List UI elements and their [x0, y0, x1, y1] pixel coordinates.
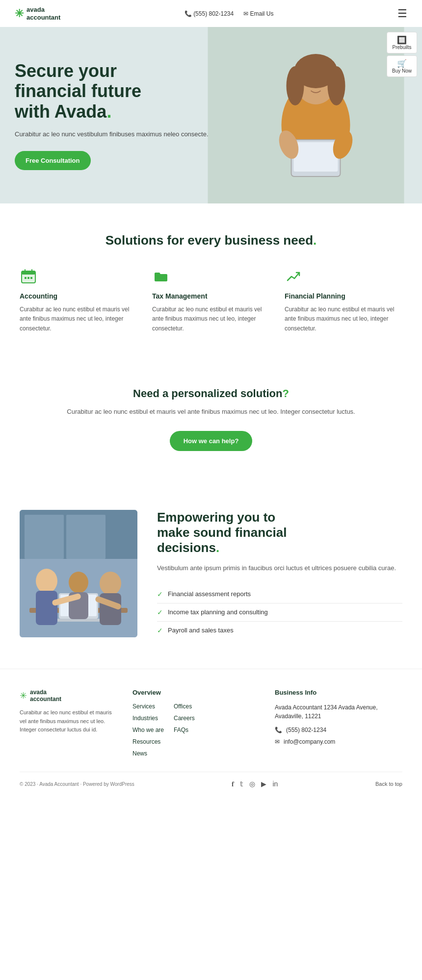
- logo-star-icon: ✳: [15, 7, 24, 20]
- footer-email-icon: ✉: [275, 738, 280, 745]
- hero-section: Secure your financial future with Avada.…: [0, 27, 422, 203]
- empowering-content: Empowering you to make sound financial d…: [157, 510, 402, 639]
- footer-business-phone: 📞 (555) 802-1234: [275, 727, 402, 733]
- checklist-item: ✓ Financial assessment reports: [157, 585, 402, 603]
- accounting-card: Accounting Curabitur ac leo nunc estibul…: [20, 268, 137, 333]
- instagram-icon[interactable]: ◎: [249, 780, 255, 788]
- svg-point-30: [100, 572, 121, 595]
- site-header: ✳ avada accountant 📞 (555) 802-1234 ✉ Em…: [0, 0, 422, 27]
- footer-navigation: Overview Services Industries Who we are …: [132, 689, 260, 757]
- how-we-help-button[interactable]: How we can help?: [170, 431, 253, 451]
- youtube-icon[interactable]: ▶: [261, 780, 266, 788]
- svg-rect-15: [30, 277, 32, 279]
- hero-content: Secure your financial future with Avada.…: [0, 41, 223, 190]
- footer-nav-col2: Offices Careers FAQs: [174, 703, 195, 757]
- solutions-title: Solutions for every business need.: [20, 233, 402, 248]
- empowering-text: Vestibulum ante ipsum primis in faucibus…: [157, 563, 402, 574]
- svg-point-28: [69, 572, 88, 593]
- footer-link-offices[interactable]: Offices: [174, 703, 195, 710]
- financial-planning-card: Financial Planning Curabitur ac leo nunc…: [285, 268, 402, 333]
- svg-rect-12: [22, 271, 35, 275]
- empowering-title: Empowering you to make sound financial d…: [157, 510, 402, 556]
- check-icon-1: ✓: [157, 590, 163, 598]
- tax-management-card: Tax Management Curabitur ac leo nunc est…: [152, 268, 270, 333]
- footer-nav-columns: Services Industries Who we are Resources…: [132, 703, 260, 757]
- personalized-text: Curabitur ac leo nunc estibul et mauris …: [20, 407, 402, 417]
- empowering-checklist: ✓ Financial assessment reports ✓ Income …: [157, 585, 402, 639]
- svg-rect-7: [294, 142, 338, 172]
- linkedin-icon[interactable]: in: [272, 780, 278, 788]
- footer-link-faqs[interactable]: FAQs: [174, 727, 195, 733]
- phone-contact[interactable]: 📞 (555) 802-1234: [185, 10, 234, 17]
- solutions-section: Solutions for every business need. Accou…: [0, 203, 422, 358]
- svg-rect-21: [66, 515, 106, 559]
- team-photo: [20, 510, 137, 637]
- footer-business-info: Business Info Avada Accountant 1234 Avad…: [275, 689, 402, 757]
- hamburger-menu-button[interactable]: ☰: [397, 7, 407, 20]
- site-footer: ✳ avada accountant Curabitur ac leo nunc…: [0, 669, 422, 796]
- phone-icon: 📞: [185, 10, 192, 17]
- footer-logo-star-icon: ✳: [20, 690, 27, 701]
- solutions-cards: Accounting Curabitur ac leo nunc estibul…: [20, 268, 402, 333]
- personalized-title: Need a personalized solution?: [20, 387, 402, 400]
- facebook-icon[interactable]: 𝐟: [232, 780, 234, 788]
- hero-title: Secure your financial future with Avada.: [15, 61, 209, 122]
- svg-point-5: [328, 66, 345, 105]
- svg-rect-20: [25, 515, 64, 559]
- back-to-top-button[interactable]: Back to top: [375, 781, 402, 787]
- prebuilts-button[interactable]: 🔲 Prebuilts: [387, 32, 417, 53]
- social-icons: 𝐟 𝕥 ◎ ▶ in: [232, 780, 278, 788]
- check-icon-3: ✓: [157, 627, 163, 634]
- email-contact[interactable]: ✉ Email Us: [243, 10, 273, 17]
- footer-link-resources[interactable]: Resources: [132, 738, 164, 745]
- checklist-item: ✓ Income tax planning and consulting: [157, 603, 402, 622]
- footer-description: Curabitur ac leo nunc estibul et mauris …: [20, 708, 118, 734]
- footer-logo[interactable]: ✳ avada accountant: [20, 689, 118, 703]
- svg-point-26: [36, 569, 57, 593]
- svg-rect-14: [27, 277, 29, 279]
- footer-link-careers[interactable]: Careers: [174, 715, 195, 722]
- tax-management-text: Curabitur ac leo nunc estibul et mauris …: [152, 305, 270, 333]
- checklist-item: ✓ Payroll and sales taxes: [157, 622, 402, 639]
- calendar-icon: [20, 268, 37, 285]
- footer-business-email: ✉ info@company.com: [275, 738, 402, 745]
- footer-link-services[interactable]: Services: [132, 703, 164, 710]
- empowering-section: Empowering you to make sound financial d…: [0, 480, 422, 669]
- prebuilts-icon: 🔲: [392, 35, 412, 45]
- footer-business-address: Avada Accountant 1234 Avada Avenue, Avad…: [275, 703, 402, 721]
- footer-nav-col1: Services Industries Who we are Resources…: [132, 703, 164, 757]
- footer-bottom: © 2023 · Avada Accountant · Powered by W…: [20, 772, 402, 796]
- svg-rect-13: [25, 277, 26, 279]
- folder-icon: [152, 268, 170, 285]
- footer-copyright: © 2023 · Avada Accountant · Powered by W…: [20, 781, 134, 787]
- buy-now-button[interactable]: 🛒 Buy Now: [387, 55, 417, 77]
- accounting-title: Accounting: [20, 292, 137, 300]
- logo[interactable]: ✳ avada accountant: [15, 6, 60, 21]
- personalized-section: Need a personalized solution? Curabitur …: [0, 358, 422, 480]
- email-icon: ✉: [243, 10, 248, 17]
- free-consultation-button[interactable]: Free Consultation: [15, 151, 91, 170]
- hero-subtitle: Curabitur ac leo nunc vestibulum finibus…: [15, 129, 209, 139]
- footer-link-news[interactable]: News: [132, 750, 164, 757]
- footer-grid: ✳ avada accountant Curabitur ac leo nunc…: [20, 689, 402, 757]
- twitter-icon[interactable]: 𝕥: [240, 780, 243, 788]
- footer-link-who-we-are[interactable]: Who we are: [132, 727, 164, 733]
- svg-rect-27: [36, 591, 57, 625]
- svg-point-4: [287, 66, 304, 105]
- tax-management-title: Tax Management: [152, 292, 270, 300]
- footer-business-title: Business Info: [275, 689, 402, 696]
- buy-now-icon: 🛒: [392, 59, 412, 68]
- footer-link-industries[interactable]: Industries: [132, 715, 164, 722]
- footer-logo-line2: accountant: [30, 696, 61, 703]
- check-icon-2: ✓: [157, 608, 163, 616]
- footer-phone-icon: 📞: [275, 727, 282, 733]
- footer-brand: ✳ avada accountant Curabitur ac leo nunc…: [20, 689, 118, 757]
- accounting-text: Curabitur ac leo nunc estibul et mauris …: [20, 305, 137, 333]
- financial-planning-text: Curabitur ac leo nunc estibul et mauris …: [285, 305, 402, 333]
- footer-logo-line1: avada: [30, 689, 61, 696]
- financial-planning-title: Financial Planning: [285, 292, 402, 300]
- chart-icon: [285, 268, 302, 285]
- sidebar-widgets: 🔲 Prebuilts 🛒 Buy Now: [387, 32, 417, 77]
- logo-text: avada accountant: [26, 6, 60, 21]
- footer-nav-title: Overview: [132, 689, 260, 696]
